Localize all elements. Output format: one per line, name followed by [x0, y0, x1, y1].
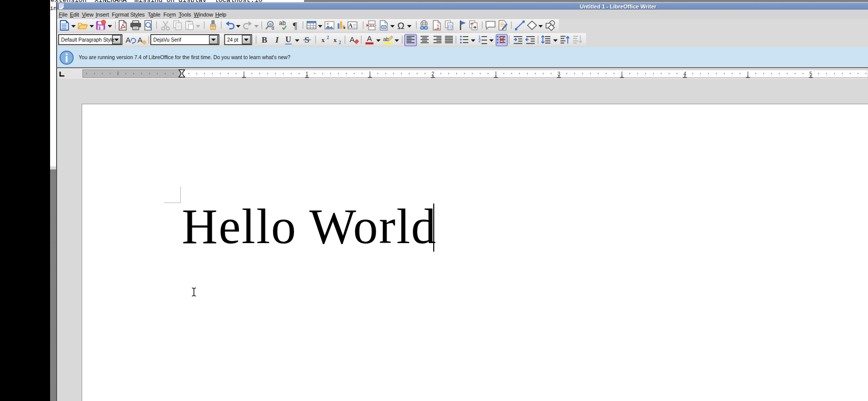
svg-text:A: A	[367, 34, 372, 43]
svg-text:A: A	[137, 36, 142, 44]
svg-text:x: x	[334, 36, 337, 44]
svg-text:2: 2	[327, 35, 329, 40]
svg-text:¶: ¶	[293, 21, 298, 31]
svg-text:Default Paragraph Style: Default Paragraph Style	[61, 37, 115, 43]
svg-text:2: 2	[339, 40, 341, 45]
svg-text:24 pt: 24 pt	[227, 37, 238, 43]
svg-text:Ω: Ω	[397, 21, 404, 31]
svg-text:d: d	[271, 26, 274, 31]
svg-text:2: 2	[478, 38, 481, 43]
svg-text:A: A	[350, 35, 355, 44]
svg-text:U: U	[285, 35, 292, 44]
svg-text:(i): (i)	[448, 24, 452, 30]
svg-text:A: A	[126, 36, 131, 44]
svg-text:1: 1	[437, 24, 440, 30]
svg-text:DejaVu Serif: DejaVu Serif	[153, 37, 181, 43]
svg-text:x: x	[322, 36, 325, 44]
svg-text:ab: ab	[279, 20, 286, 27]
svg-text:B: B	[261, 35, 267, 45]
svg-text:I: I	[275, 35, 279, 45]
svg-text:A: A	[348, 22, 353, 29]
